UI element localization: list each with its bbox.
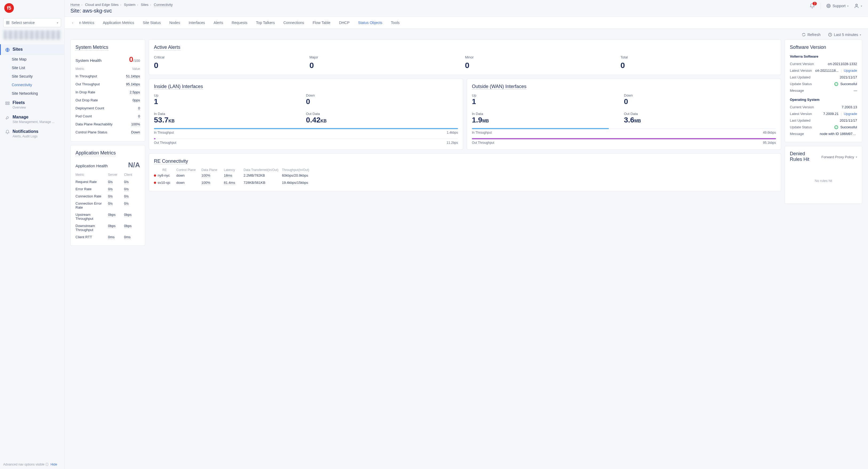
alert-stat: Major0 xyxy=(309,55,465,70)
page-title: Site: aws-skg-svc xyxy=(70,8,173,14)
sidebar-item-fleets[interactable]: Fleets Overview xyxy=(0,98,64,112)
crumb-home[interactable]: Home xyxy=(70,3,80,7)
crumb-sites[interactable]: Sites xyxy=(141,3,149,7)
sw-key: Update Status xyxy=(790,82,812,86)
denied-title: Denied Rules Hit xyxy=(790,151,816,163)
svg-rect-3 xyxy=(6,104,7,105)
sw-row: Last Updated2021/11/17 xyxy=(790,117,857,124)
wan-down-label: Down xyxy=(624,93,776,97)
sw-value: 7.2003.13 xyxy=(842,105,857,109)
support-menu[interactable]: Support ▾ xyxy=(826,3,848,8)
tab-top-talkers[interactable]: Top Talkers xyxy=(252,17,279,29)
subnav-site-security[interactable]: Site Security xyxy=(12,72,64,81)
svg-point-7 xyxy=(856,4,858,6)
sw-value: crt-20211028-1332 xyxy=(828,62,857,66)
lan-down-value: 0 xyxy=(306,97,458,106)
crumb-cloud-edge[interactable]: Cloud and Edge Sites xyxy=(85,3,119,7)
tab-application-metrics[interactable]: Application Metrics xyxy=(98,17,138,29)
metric-row: Control Plane StatusDown xyxy=(75,128,140,136)
re-dp: 100% xyxy=(202,181,223,185)
bell-icon xyxy=(5,130,10,134)
wan-up-label: Up xyxy=(472,93,624,97)
tab-dhcp[interactable]: DHCP xyxy=(335,17,354,29)
alert-count: 0 xyxy=(465,61,620,70)
tab-metrics-trunc[interactable]: n Metrics xyxy=(75,17,99,29)
sw-value: 2021/11/17 xyxy=(840,75,857,79)
tab-interfaces[interactable]: Interfaces xyxy=(184,17,209,29)
sidebar-item-manage[interactable]: Manage Site Management, Manage ... xyxy=(0,112,64,126)
upgrade-link[interactable]: Upgrade xyxy=(844,68,857,72)
system-health-value: 0/100 xyxy=(129,55,140,64)
metric-key: Client RTT xyxy=(75,235,108,239)
lan-in-bar xyxy=(154,128,458,129)
tab-site-status[interactable]: Site Status xyxy=(138,17,165,29)
tabs-scroll-left[interactable]: ‹ xyxy=(70,18,75,28)
denied-empty-state: No rules hit xyxy=(790,163,857,199)
sidebar-item-notifications[interactable]: Notifications Alerts, Audit Logs xyxy=(0,126,64,141)
sw-key: Latest Version xyxy=(790,112,812,116)
re-dt: 728KB/561KB xyxy=(244,181,281,185)
metric-value: 0 xyxy=(138,114,140,119)
status-dot-icon xyxy=(154,175,156,177)
app-metrics-title: Application Metrics xyxy=(75,150,116,156)
sw-value: crt-20211118... xyxy=(815,68,838,72)
subnav-site-list[interactable]: Site List xyxy=(12,63,64,72)
wan-in-label: In Data xyxy=(472,112,624,116)
upgrade-link[interactable]: Upgrade xyxy=(844,112,857,116)
alert-label: Critical xyxy=(154,55,309,59)
metric-key: Data Plane Reachability xyxy=(75,122,113,126)
metric-key: Out Throughput xyxy=(75,82,100,87)
alert-count: 0 xyxy=(309,61,465,70)
denied-policy-selector[interactable]: Forward Proxy Policy ▾ xyxy=(821,155,857,159)
sidebar-item-sites[interactable]: Sites xyxy=(0,44,64,55)
sw-key: Message xyxy=(790,132,804,136)
tab-status-objects[interactable]: Status Objects xyxy=(354,17,386,29)
sidebar-desc-notifications: Alerts, Audit Logs xyxy=(12,134,38,138)
sw-row: Current Version7.2003.13 xyxy=(790,104,857,111)
metric-client: 0/s xyxy=(124,194,140,198)
sidebar-label-notifications: Notifications xyxy=(12,129,38,134)
denied-rules-card: Denied Rules Hit Forward Proxy Policy ▾ … xyxy=(785,146,862,204)
subnav-site-map[interactable]: Site Map xyxy=(12,55,64,63)
notifications-button[interactable]: 2 xyxy=(809,3,815,9)
metric-key: Control Plane Status xyxy=(75,130,107,134)
sw-row: Update Status✓Successful xyxy=(790,124,857,130)
metric-client: 0/s xyxy=(124,187,140,191)
lan-interfaces-card: Inside (LAN) Interfaces Up1 Down0 In Dat… xyxy=(149,79,463,150)
tab-alerts[interactable]: Alerts xyxy=(209,17,227,29)
tab-flow-table[interactable]: Flow Table xyxy=(308,17,335,29)
re-dp: 100% xyxy=(202,174,223,178)
crumb-connectivity[interactable]: Connectivity xyxy=(154,3,173,7)
re-col-lat: Latency xyxy=(224,168,243,172)
metric-key: Downstream Throughput xyxy=(75,224,108,232)
refresh-button[interactable]: Refresh xyxy=(802,33,820,37)
subnav-site-networking[interactable]: Site Networking xyxy=(12,89,64,98)
crumb-system[interactable]: System xyxy=(124,3,135,7)
advanced-nav-hide-link[interactable]: Hide xyxy=(51,463,57,466)
subnav-connectivity[interactable]: Connectivity xyxy=(12,81,64,89)
app-metric-row: Client RTT0ms0ms xyxy=(75,233,140,241)
tab-requests[interactable]: Requests xyxy=(227,17,252,29)
tab-nodes[interactable]: Nodes xyxy=(165,17,184,29)
wrench-icon xyxy=(5,115,10,120)
re-lat: 18ms xyxy=(224,174,243,178)
svg-point-6 xyxy=(828,5,829,7)
sw-row: Last Updated2021/11/17 xyxy=(790,74,857,81)
user-menu[interactable]: ▾ xyxy=(854,3,862,8)
namespace-blurred xyxy=(4,30,61,39)
tab-connections[interactable]: Connections xyxy=(279,17,308,29)
sidebar-label-fleets: Fleets xyxy=(12,100,26,105)
chevron-down-icon: ▾ xyxy=(861,4,862,7)
time-range-selector[interactable]: Last 5 minutes ▾ xyxy=(828,33,861,37)
wan-in-thr-value: 49.6kbps xyxy=(763,131,776,134)
metric-server: 0/s xyxy=(108,194,124,198)
toolbar: Refresh Last 5 minutes ▾ xyxy=(65,29,868,37)
sw-key: Current Version xyxy=(790,105,814,109)
col-server: Server xyxy=(108,173,124,177)
tab-tools[interactable]: Tools xyxy=(386,17,404,29)
refresh-label: Refresh xyxy=(807,33,820,37)
sw-value: 2021/11/17 xyxy=(840,119,857,122)
lan-title: Inside (LAN) Interfaces xyxy=(154,84,203,90)
service-selector[interactable]: Select service ▾ xyxy=(3,18,61,27)
app-metric-row: Upstream Throughput0bps0bps xyxy=(75,211,140,222)
